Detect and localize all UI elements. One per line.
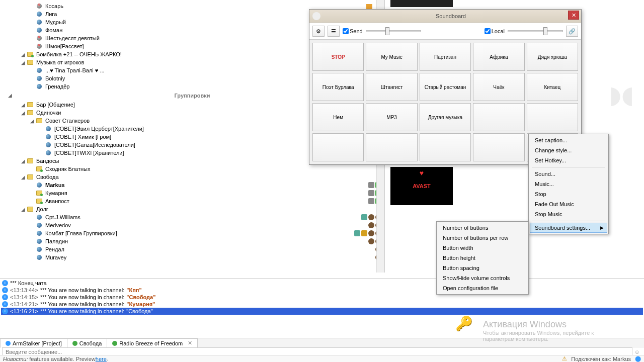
lock-badge-icon <box>368 198 374 204</box>
user-icon <box>35 83 43 90</box>
status-bar: Новости: features available. Preview her… <box>0 355 644 362</box>
soundboard-titlebar[interactable]: Soundboard ✕ <box>309 10 581 23</box>
menu-item[interactable]: Number of buttons <box>438 223 527 233</box>
warning-icon[interactable]: ⚠ <box>562 355 567 362</box>
menu-item[interactable]: Stop Music <box>530 209 607 219</box>
tree-row[interactable]: ◢Свобода <box>0 173 384 181</box>
menu-item[interactable]: Fade Out Music <box>530 199 607 209</box>
expand-toggle[interactable]: ◢ <box>20 110 26 116</box>
tree-label: Muravey <box>44 254 66 260</box>
tree-row[interactable]: Cpt.J.Williams <box>0 213 384 221</box>
user-icon <box>35 75 43 82</box>
chat-line[interactable]: i<13:14:15>*** You are now talking in ch… <box>1 294 643 301</box>
user-icon <box>35 254 43 261</box>
soundboard-button[interactable]: Штангист <box>366 73 417 101</box>
local-volume-slider[interactable] <box>508 30 563 32</box>
lock-badge-icon <box>368 190 374 196</box>
soundboard-button[interactable]: Партизан <box>420 43 471 71</box>
soundboard-button[interactable]: MP3 <box>366 103 417 131</box>
menu-item[interactable]: Show/Hide volume controls <box>438 273 527 283</box>
send-volume-slider[interactable] <box>366 30 421 32</box>
expand-toggle[interactable]: ◢ <box>20 60 26 65</box>
chat-log[interactable]: i*** Конец чатаi<13:13:44>*** You are no… <box>0 278 644 338</box>
soundboard-button[interactable] <box>473 103 524 131</box>
tree-label: Cpt.J.Williams <box>44 214 80 220</box>
tree-row[interactable]: Medvedov <box>0 221 384 229</box>
soundboard-button[interactable]: Другая музыка <box>420 103 471 131</box>
tree-label: [СОВЕТ]TWIXI [Хранители] <box>53 150 124 156</box>
menu-item[interactable]: Button width <box>438 243 527 253</box>
menu-item[interactable]: Number of buttons per row <box>438 233 527 243</box>
menu-item[interactable]: Music... <box>530 179 607 189</box>
expand-toggle[interactable]: ◢ <box>20 158 26 164</box>
soundboard-context-menu[interactable]: Set caption...Change style...Set Hotkey.… <box>528 134 609 234</box>
soundboard-button[interactable]: Нем <box>312 103 364 131</box>
tree-row[interactable]: Комбат [Глава Группировки] <box>0 229 384 237</box>
emoji-button[interactable]: ☺ <box>632 349 642 355</box>
send-checkbox[interactable]: Send <box>343 28 363 34</box>
tab-icon <box>112 341 117 346</box>
user-icon <box>35 19 43 26</box>
soundboard-button[interactable] <box>312 133 364 161</box>
tree-label: Мудрый <box>44 19 66 25</box>
tree-label: Сходняк Блатных <box>44 166 90 172</box>
soundboard-button[interactable]: My Music <box>366 43 417 71</box>
soundboard-button[interactable]: Африка <box>473 43 524 71</box>
brown-badge-icon <box>368 222 374 228</box>
soundboard-button[interactable]: Китаец <box>527 73 578 101</box>
brown-badge-icon <box>368 238 374 244</box>
soundboard-button[interactable] <box>527 103 578 131</box>
tab-close-icon[interactable]: ✕ <box>188 340 192 346</box>
menu-item[interactable]: Change style... <box>530 145 607 155</box>
tree-row[interactable]: Паладин <box>0 237 384 245</box>
menu-item[interactable]: Open configuration file <box>438 283 527 293</box>
tree-row[interactable]: Сходняк Блатных <box>0 165 384 173</box>
tree-row[interactable]: Markus <box>0 181 384 189</box>
soundboard-button[interactable] <box>366 133 417 161</box>
soundboard-button[interactable] <box>473 133 524 161</box>
user-icon <box>35 67 43 74</box>
expand-toggle[interactable]: ◢ <box>29 118 35 124</box>
menu-item-soundboard-settings[interactable]: Soundboard settings...▶ <box>530 223 607 233</box>
tree-row[interactable]: Muravey <box>0 253 384 261</box>
link-button[interactable]: 🔗 <box>566 26 578 37</box>
menu-item[interactable]: Button spacing <box>438 263 527 273</box>
expand-toggle[interactable]: ◢ <box>20 174 26 180</box>
tree-row[interactable]: Кумарня <box>0 189 384 197</box>
expand-toggle[interactable]: ◢ <box>7 93 13 98</box>
soundboard-button[interactable]: Старый растоман <box>420 73 471 101</box>
local-checkbox[interactable]: Local <box>485 28 505 34</box>
list-button[interactable]: ☰ <box>328 26 340 37</box>
expand-toggle[interactable]: ◢ <box>20 102 26 108</box>
chat-line[interactable]: i<13:16:21>*** You are now talking in ch… <box>1 308 643 315</box>
expand-toggle[interactable]: ◢ <box>20 207 26 212</box>
soundboard-button[interactable]: STOP <box>312 43 364 71</box>
menu-item[interactable]: Sound... <box>530 169 607 179</box>
channel-icon <box>26 101 34 108</box>
close-button[interactable]: ✕ <box>568 11 579 20</box>
channel-icon <box>26 157 34 164</box>
settings-button[interactable]: ⚙ <box>312 26 325 37</box>
soundboard-button[interactable]: Дядя хрюша <box>527 43 578 71</box>
tree-label: Бомбилка +21 -- ОЧЕНЬ ЖАРКО! <box>35 51 122 57</box>
soundboard-button[interactable] <box>420 133 471 161</box>
tree-row[interactable]: ◢Долг <box>0 205 384 213</box>
soundboard-button[interactable]: Поэт Бурлака <box>312 73 364 101</box>
user-muted-icon <box>35 43 43 50</box>
user-icon <box>44 141 52 148</box>
news-link[interactable]: here <box>96 356 107 362</box>
tree-row[interactable]: Аванпост <box>0 197 384 205</box>
channel-icon <box>35 165 43 172</box>
menu-item[interactable]: Stop <box>530 189 607 199</box>
menu-item[interactable]: Button height <box>438 253 527 263</box>
tree-row[interactable]: Рендал <box>0 245 384 253</box>
soundboard-button[interactable]: Чаёк <box>473 73 524 101</box>
heart-icon: ♥ <box>420 169 424 177</box>
menu-item[interactable]: Set caption... <box>530 135 607 145</box>
menu-item[interactable]: Set Hotkey... <box>530 155 607 165</box>
chat-line[interactable]: i<13:13:44>*** You are now talking in ch… <box>1 287 643 294</box>
expand-toggle[interactable]: ◢ <box>20 52 26 57</box>
chat-line[interactable]: i*** Конец чата <box>1 280 643 287</box>
soundboard-settings-submenu[interactable]: Number of buttonsNumber of buttons per r… <box>436 221 529 295</box>
chat-line[interactable]: i<13:14:21>*** You are now talking in ch… <box>1 301 643 308</box>
